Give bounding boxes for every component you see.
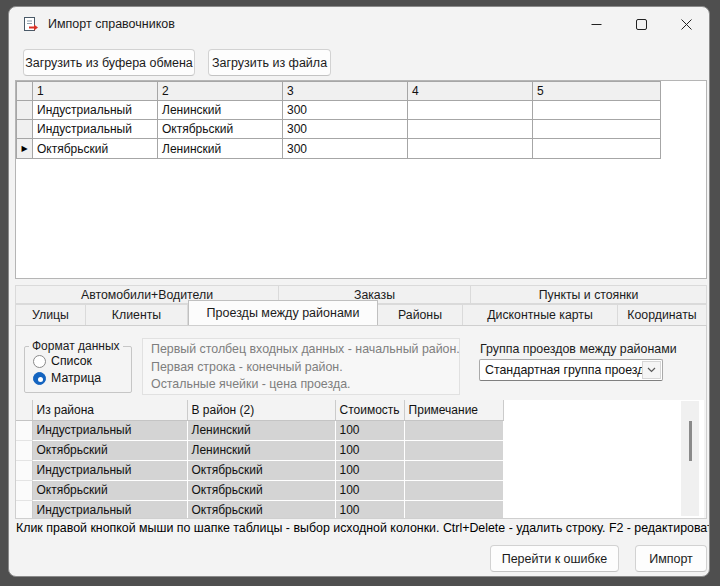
load-from-file-button[interactable]: Загрузить из файла [208,49,331,76]
result-table-cell[interactable]: Ленинский [187,440,335,460]
source-grid-row[interactable]: ИндустриальныйЛенинский300 [17,101,661,120]
source-grid-column-header[interactable]: 2 [158,82,283,101]
trips-result-table[interactable]: Из районаВ район (2)СтоимостьПримечание … [16,400,704,518]
source-grid-cell[interactable] [408,101,533,120]
source-grid-row[interactable]: ▶ОктябрьскийЛенинский300 [17,139,661,159]
table-row[interactable]: ИндустриальныйОктябрьский100 [16,460,503,480]
tab-item[interactable]: Координаты [618,304,707,325]
load-from-clipboard-button[interactable]: Загрузить из буфера обмена [23,49,195,76]
radio-icon [33,355,46,368]
result-table-cell[interactable] [404,500,503,518]
trip-group-combobox[interactable]: Стандартная группа проездов [479,359,663,381]
tab-item[interactable]: Районы [378,304,463,325]
hint-line: Первый столбец входных данных - начальны… [151,341,451,359]
row-selector-cell[interactable] [16,440,32,460]
tab-item[interactable]: Дисконтные карты [463,304,618,325]
source-grid-cell[interactable]: Ленинский [158,101,283,120]
current-row-marker-icon: ▶ [21,144,27,153]
source-grid-cell[interactable]: Октябрьский [158,120,283,139]
source-grid-column-header[interactable]: 3 [283,82,408,101]
source-grid-cell[interactable]: Ленинский [158,139,283,159]
result-table-cell[interactable]: Октябрьский [187,480,335,500]
result-table-cell[interactable]: 100 [335,420,404,440]
title-bar: Импорт справочников [9,7,709,41]
tab-item[interactable]: Пункты и стоянки [471,285,707,304]
import-button[interactable]: Импорт [635,545,707,572]
row-selector-cell[interactable]: ▶ [17,139,33,159]
table-row[interactable]: ИндустриальныйОктябрьский100 [16,500,503,518]
maximize-icon [636,19,647,30]
source-grid-column-header[interactable]: 5 [533,82,661,101]
result-table-cell[interactable]: 100 [335,480,404,500]
tab-item-selected[interactable]: Проезды между районами [188,300,378,325]
source-grid-column-header[interactable]: 4 [408,82,533,101]
close-icon [681,19,692,30]
result-table-cell[interactable]: 100 [335,460,404,480]
scrollbar-thumb[interactable] [689,421,692,461]
table-row[interactable]: ОктябрьскийОктябрьский100 [16,480,503,500]
result-table-cell[interactable]: Индустриальный [32,460,187,480]
result-table-cell[interactable]: Октябрьский [187,460,335,480]
result-table-cell[interactable]: Октябрьский [32,440,187,460]
source-grid-cell[interactable]: 300 [283,139,408,159]
source-grid-cell[interactable]: 300 [283,101,408,120]
result-table-cell[interactable]: Индустриальный [32,420,187,440]
trip-group-selected-value: Стандартная группа проездов [480,363,642,377]
radio-option[interactable]: Список [33,354,131,368]
result-table-column-header[interactable]: В район (2) [187,400,335,420]
result-table-cell[interactable] [404,440,503,460]
app-document-icon [22,16,39,33]
combo-dropdown-button[interactable] [642,361,661,379]
table-corner-cell [16,400,32,420]
result-table-cell[interactable]: 100 [335,440,404,460]
result-table-column-header[interactable]: Примечание [404,400,503,420]
source-grid-cell[interactable]: 300 [283,120,408,139]
import-tab-control: Автомобили+ВодителиЗаказыПункты и стоянк… [15,285,707,519]
result-table-cell[interactable]: Октябрьский [32,480,187,500]
tab-item[interactable]: Клиенты [86,304,188,325]
result-table-column-header[interactable]: Стоимость [335,400,404,420]
tab-page-trips: Формат данных СписокМатрица Первый столб… [15,325,707,519]
radio-option[interactable]: Матрица [33,371,131,385]
result-table-cell[interactable] [404,420,503,440]
source-grid-cell[interactable] [408,139,533,159]
row-selector-cell[interactable] [16,420,32,440]
import-dialog: Импорт справочников Загрузить из буфера … [8,6,710,577]
source-grid-cell[interactable] [533,120,661,139]
radio-label: Список [51,354,92,368]
row-selector-cell[interactable] [16,460,32,480]
maximize-button[interactable] [619,7,664,41]
minimize-button[interactable] [574,7,619,41]
source-grid-cell[interactable] [533,101,661,120]
table-row[interactable]: ОктябрьскийЛенинский100 [16,440,503,460]
vertical-scrollbar[interactable] [681,401,699,516]
result-table-cell[interactable]: 100 [335,500,404,518]
row-selector-cell[interactable] [16,480,32,500]
tab-row-bottom: УлицыКлиентыПроезды между районамиРайоны… [15,304,707,325]
row-selector-cell[interactable] [16,500,32,518]
source-grid-cell[interactable]: Индустриальный [33,101,158,120]
tab-item[interactable]: Улицы [15,304,86,325]
source-grid-row[interactable]: ИндустриальныйОктябрьский300 [17,120,661,139]
source-data-grid[interactable]: 12345 ИндустриальныйЛенинский300Индустри… [15,80,707,279]
hint-line: Остальные ячейки - цена проезда. [151,376,451,394]
close-button[interactable] [664,7,709,41]
format-hint-panel: Первый столбец входных данных - начальны… [142,338,460,395]
table-row[interactable]: ИндустриальныйЛенинский100 [16,420,503,440]
data-format-groupbox: Формат данных СписокМатрица [24,339,132,393]
row-selector-cell[interactable] [17,120,33,139]
row-selector-cell[interactable] [17,101,33,120]
result-table-cell[interactable]: Ленинский [187,420,335,440]
result-table-cell[interactable]: Индустриальный [32,500,187,518]
source-grid-cell[interactable] [408,120,533,139]
source-grid-cell[interactable]: Индустриальный [33,120,158,139]
result-table-cell[interactable] [404,480,503,500]
source-grid-column-header[interactable]: 1 [33,82,158,101]
result-table-cell[interactable]: Октябрьский [187,500,335,518]
result-table-cell[interactable] [404,460,503,480]
result-table-column-header[interactable]: Из района [32,400,187,420]
goto-error-button[interactable]: Перейти к ошибке [490,545,619,572]
source-grid-cell[interactable]: Октябрьский [33,139,158,159]
window-title: Импорт справочников [48,17,175,31]
source-grid-cell[interactable] [533,139,661,159]
